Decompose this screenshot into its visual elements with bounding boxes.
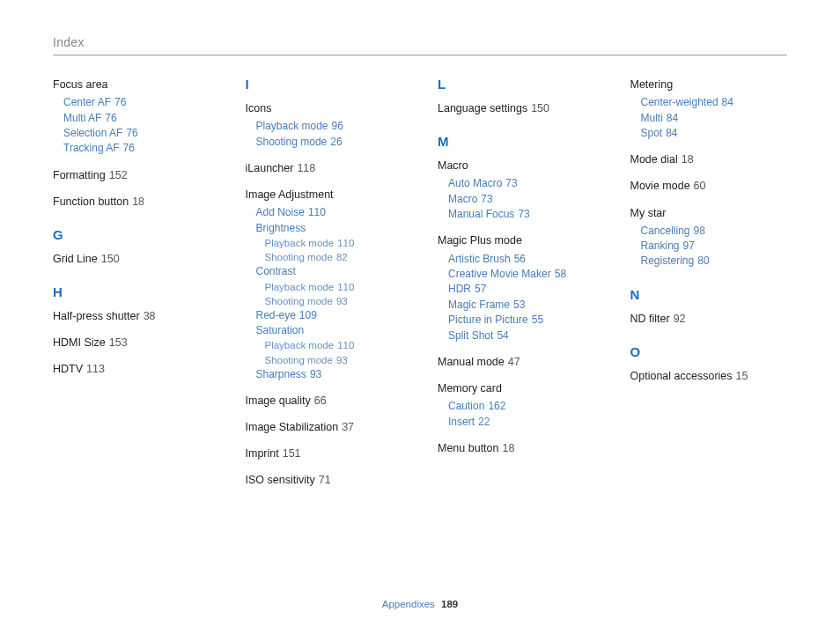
sub-item[interactable]: Caution162 bbox=[448, 399, 595, 414]
entry-title[interactable]: HDMI Size bbox=[53, 336, 106, 349]
sub-item[interactable]: Registering80 bbox=[641, 254, 788, 269]
letter-heading: H bbox=[53, 284, 210, 299]
sub-label: Shooting mode bbox=[256, 136, 328, 148]
sub-list: Caution162Insert22 bbox=[438, 399, 595, 430]
sub-item[interactable]: Tracking AF76 bbox=[63, 141, 210, 156]
index-entry: Optional accessories15 bbox=[630, 368, 788, 384]
entry-title[interactable]: Icons bbox=[246, 102, 272, 114]
index-entry: Formatting152 bbox=[53, 167, 210, 183]
entry-title[interactable]: Mode dial bbox=[630, 153, 678, 166]
sub-page: 76 bbox=[126, 127, 137, 139]
sub-item[interactable]: Split Shot54 bbox=[448, 328, 595, 343]
entry-page: 18 bbox=[682, 153, 694, 166]
sub-item[interactable]: Picture in Picture55 bbox=[448, 313, 595, 328]
sub-label: Split Shot bbox=[448, 329, 493, 342]
entry-title[interactable]: My star bbox=[630, 207, 667, 219]
entry-title[interactable]: Movie mode bbox=[630, 180, 690, 192]
entry-title[interactable]: Optional accessories bbox=[630, 370, 733, 382]
entry-title[interactable]: Half-press shutter bbox=[53, 310, 140, 322]
sub-item[interactable]: Add Noise110 bbox=[256, 205, 403, 220]
sub-item[interactable]: Selection AF76 bbox=[63, 126, 210, 141]
sub-sub-page: 110 bbox=[337, 282, 354, 292]
sub-sub-page: 93 bbox=[336, 355, 348, 365]
sub-label: Add Noise bbox=[256, 206, 305, 218]
index-entry: Image AdjustmentAdd Noise110BrightnessPl… bbox=[246, 187, 403, 382]
sub-item[interactable]: Shooting mode26 bbox=[256, 135, 403, 150]
sub-page: 26 bbox=[330, 136, 342, 148]
entry-page: 152 bbox=[109, 169, 128, 181]
entry-title[interactable]: Formatting bbox=[53, 169, 106, 181]
entry-page: 18 bbox=[503, 442, 515, 454]
sub-sub-item[interactable]: Playback mode110 bbox=[265, 280, 403, 294]
entry-title[interactable]: Imprint bbox=[246, 447, 279, 460]
sub-page: 80 bbox=[697, 254, 709, 267]
entry-page: 153 bbox=[109, 336, 128, 349]
sub-item[interactable]: Center AF76 bbox=[63, 95, 210, 110]
sub-item[interactable]: Spot84 bbox=[641, 126, 788, 141]
index-entry: Magic Plus modeArtistic Brush56Creative … bbox=[438, 232, 595, 343]
entry-title[interactable]: Memory card bbox=[438, 382, 502, 394]
entry-title[interactable]: Image Adjustment bbox=[246, 188, 334, 201]
entry-title[interactable]: HDTV bbox=[53, 363, 83, 375]
sub-sub-item[interactable]: Playback mode110 bbox=[265, 338, 403, 352]
entry-page: 113 bbox=[86, 363, 105, 375]
sub-item[interactable]: Magic Frame53 bbox=[448, 298, 595, 313]
entry-page: 18 bbox=[132, 195, 144, 208]
entry-title[interactable]: iLauncher bbox=[246, 162, 294, 174]
entry-title[interactable]: ISO sensitivity bbox=[246, 474, 315, 486]
sub-page: 76 bbox=[123, 142, 135, 154]
sub-item[interactable]: Multi84 bbox=[641, 111, 788, 126]
sub-page: 93 bbox=[310, 368, 321, 380]
entry-title[interactable]: Focus area bbox=[53, 78, 108, 91]
entry-title[interactable]: Menu button bbox=[438, 442, 499, 454]
entry-title[interactable]: Image quality bbox=[246, 394, 311, 407]
entry-page: 15 bbox=[736, 370, 748, 382]
sub-page: 84 bbox=[722, 96, 733, 108]
sub-page: 53 bbox=[513, 299, 525, 311]
entry-title[interactable]: Manual mode bbox=[438, 356, 505, 368]
sub-item[interactable]: Center-weighted84 bbox=[641, 95, 788, 110]
entry-title[interactable]: Macro bbox=[438, 159, 468, 172]
sub-item[interactable]: Auto Macro73 bbox=[448, 176, 595, 191]
index-entry: MeteringCenter-weighted84Multi84Spot84 bbox=[630, 77, 788, 141]
entry-title[interactable]: Magic Plus mode bbox=[438, 234, 522, 247]
sub-sub-label: Shooting mode bbox=[265, 296, 333, 306]
sub-item[interactable]: Insert22 bbox=[448, 415, 595, 430]
sub-heading[interactable]: Saturation bbox=[256, 323, 403, 338]
sub-sub-item[interactable]: Shooting mode93 bbox=[265, 294, 403, 308]
sub-item[interactable]: Red-eye109 bbox=[256, 308, 403, 323]
sub-sub-item[interactable]: Playback mode110 bbox=[265, 236, 403, 250]
sub-sub-item[interactable]: Shooting mode93 bbox=[265, 353, 403, 367]
entry-title[interactable]: Grid Line bbox=[53, 253, 98, 265]
sub-heading[interactable]: Contrast bbox=[256, 264, 403, 279]
sub-item[interactable]: Sharpness93 bbox=[256, 367, 403, 382]
sub-sub-item[interactable]: Shooting mode82 bbox=[265, 250, 403, 264]
entry-page: 60 bbox=[694, 180, 706, 192]
sub-item[interactable]: Manual Focus73 bbox=[448, 207, 595, 222]
sub-item[interactable]: Ranking97 bbox=[641, 239, 788, 254]
index-entry: IconsPlayback mode96Shooting mode26 bbox=[246, 100, 403, 150]
sub-item[interactable]: Playback mode96 bbox=[256, 119, 403, 134]
entry-title[interactable]: Metering bbox=[630, 78, 674, 91]
sub-item[interactable]: Multi AF76 bbox=[63, 111, 210, 126]
entry-page: 118 bbox=[297, 162, 315, 174]
index-entry: iLauncher118 bbox=[246, 160, 403, 176]
sub-label: Insert bbox=[448, 416, 475, 428]
sub-sub-page: 93 bbox=[336, 296, 348, 306]
sub-page: 57 bbox=[475, 283, 486, 295]
sub-label: Macro bbox=[448, 193, 477, 205]
sub-heading[interactable]: Brightness bbox=[256, 221, 403, 236]
sub-label: Multi bbox=[641, 112, 663, 124]
index-column-2: IIconsPlayback mode96Shooting mode26iLau… bbox=[246, 77, 403, 499]
sub-sub-page: 82 bbox=[336, 252, 348, 262]
sub-page: 56 bbox=[514, 253, 526, 265]
entry-title[interactable]: Language settings bbox=[438, 102, 527, 114]
sub-item[interactable]: Creative Movie Maker58 bbox=[448, 267, 595, 282]
entry-title[interactable]: Image Stabilization bbox=[246, 421, 339, 433]
entry-title[interactable]: Function button bbox=[53, 195, 129, 208]
sub-item[interactable]: HDR57 bbox=[448, 282, 595, 297]
entry-title[interactable]: ND filter bbox=[630, 313, 670, 325]
sub-item[interactable]: Artistic Brush56 bbox=[448, 252, 595, 267]
sub-item[interactable]: Cancelling98 bbox=[641, 224, 788, 239]
sub-item[interactable]: Macro73 bbox=[448, 192, 595, 207]
